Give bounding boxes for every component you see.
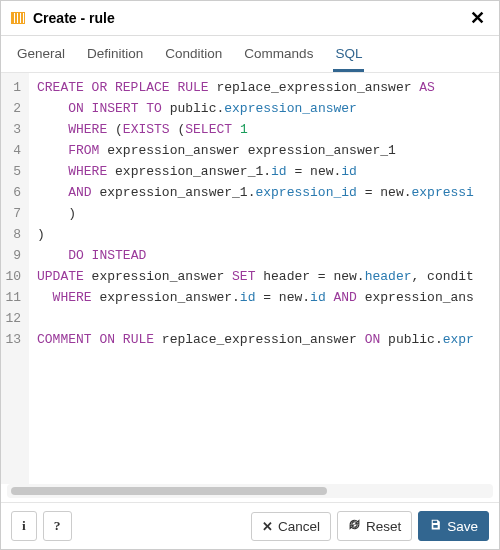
line-number: 4 [5,140,21,161]
sql-editor[interactable]: 12345678910111213 CREATE OR REPLACE RULE… [1,73,499,484]
rule-icon [11,12,25,24]
code-line: FROM expression_answer expression_answer… [37,140,491,161]
code-line: UPDATE expression_answer SET header = ne… [37,266,491,287]
code-line: ON INSERT TO public.expression_answer [37,98,491,119]
reset-button[interactable]: Reset [337,511,412,541]
line-number: 10 [5,266,21,287]
tab-condition[interactable]: Condition [163,36,224,72]
line-number: 7 [5,203,21,224]
code-line: WHERE expression_answer.id = new.id AND … [37,287,491,308]
tab-commands[interactable]: Commands [242,36,315,72]
close-icon[interactable]: ✕ [466,7,489,29]
code-line: ) [37,224,491,245]
info-icon: i [22,518,26,534]
code-line: CREATE OR REPLACE RULE replace_expressio… [37,77,491,98]
titlebar: Create - rule ✕ [1,1,499,36]
line-number: 6 [5,182,21,203]
help-button[interactable]: ? [43,511,72,541]
line-number: 1 [5,77,21,98]
code-line: COMMENT ON RULE replace_expression_answe… [37,329,491,350]
tab-general[interactable]: General [15,36,67,72]
save-icon [429,518,442,534]
tab-bar: General Definition Condition Commands SQ… [1,36,499,73]
code-line: WHERE (EXISTS (SELECT 1 [37,119,491,140]
code-line: DO INSTEAD [37,245,491,266]
line-number: 11 [5,287,21,308]
create-rule-dialog: Create - rule ✕ General Definition Condi… [0,0,500,550]
info-button[interactable]: i [11,511,37,541]
footer: i ? ✕ Cancel Reset Save [1,502,499,549]
code-line: WHERE expression_answer_1.id = new.id [37,161,491,182]
code-line: AND expression_answer_1.expression_id = … [37,182,491,203]
help-icon: ? [54,518,61,534]
reset-label: Reset [366,519,401,534]
close-icon: ✕ [262,519,273,534]
line-gutter: 12345678910111213 [1,73,29,484]
cancel-label: Cancel [278,519,320,534]
save-button[interactable]: Save [418,511,489,541]
scrollbar-thumb[interactable] [11,487,327,495]
tab-definition[interactable]: Definition [85,36,145,72]
dialog-title: Create - rule [33,10,466,26]
save-label: Save [447,519,478,534]
cancel-button[interactable]: ✕ Cancel [251,512,331,541]
code-line: ) [37,203,491,224]
code-area[interactable]: CREATE OR REPLACE RULE replace_expressio… [29,73,499,484]
tab-sql[interactable]: SQL [333,36,364,72]
line-number: 3 [5,119,21,140]
line-number: 9 [5,245,21,266]
recycle-icon [348,518,361,534]
line-number: 5 [5,161,21,182]
line-number: 8 [5,224,21,245]
line-number: 12 [5,308,21,329]
line-number: 13 [5,329,21,350]
code-line [37,308,491,329]
horizontal-scrollbar[interactable] [7,484,493,498]
line-number: 2 [5,98,21,119]
